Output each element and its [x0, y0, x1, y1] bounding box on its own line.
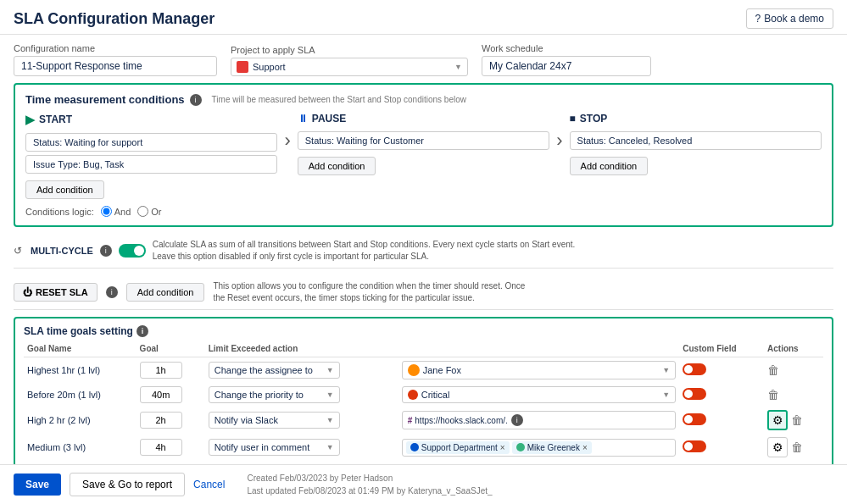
chevron-down-icon: ▼: [326, 416, 334, 424]
pause-condition-1: Status: Waiting for Customer: [298, 131, 549, 150]
reset-add-condition-button[interactable]: Add condition: [126, 283, 205, 302]
custom-field-toggle-4[interactable]: [683, 440, 706, 452]
time-measurement-title: Time measurement conditions: [25, 93, 185, 106]
template-editor-button-3[interactable]: ⚙: [767, 410, 788, 430]
config-name-input[interactable]: [14, 56, 217, 76]
goal-input-1[interactable]: [140, 362, 182, 379]
table-row: Before 20m (1 lvl) Change the priority t…: [24, 383, 823, 407]
conditions-logic-label: Conditions logic:: [25, 207, 94, 217]
goal-name-4: Medium (3 lvl): [24, 434, 137, 461]
book-demo-button[interactable]: ? Book a demo: [746, 8, 833, 29]
custom-field-toggle-1[interactable]: [683, 363, 706, 375]
custom-field-toggle-2[interactable]: [683, 388, 706, 400]
schedule-input[interactable]: [482, 56, 651, 76]
col-action: Limit Exceeded action: [205, 342, 680, 357]
chevron-down-icon: ▼: [662, 390, 670, 399]
stop-icon: ■: [570, 113, 576, 125]
reset-sla-description: This option allows you to configure the …: [213, 280, 535, 304]
goal-name-3: High 2 hr (2 lvl): [24, 407, 137, 434]
action-select-4[interactable]: Notify user in comment ▼: [209, 439, 340, 456]
remove-tag-support[interactable]: ×: [500, 443, 505, 452]
refresh-icon: ↺: [14, 245, 22, 257]
footer-meta: Created Feb/03/2023 by Peter Hadson Last…: [247, 472, 492, 497]
chevron-down-icon: ▼: [326, 390, 334, 399]
start-label: START: [39, 114, 72, 125]
goals-title: SLA time goals setting: [24, 325, 133, 337]
remove-tag-mike[interactable]: ×: [582, 443, 588, 452]
goal-input-4[interactable]: [140, 439, 182, 456]
created-meta: Created Feb/03/2023 by Peter Hadson: [247, 472, 492, 485]
chevron-down-icon: ▼: [326, 366, 334, 374]
delete-button-3[interactable]: 🗑: [791, 413, 803, 427]
delete-button-1[interactable]: 🗑: [767, 363, 779, 377]
pause-icon: ⏸: [298, 113, 308, 125]
goal-name-2: Before 20m (1 lvl): [24, 383, 137, 407]
slack-url-3[interactable]: # https://hooks.slack.com/. i: [402, 411, 677, 429]
goal-input-3[interactable]: [140, 412, 182, 429]
start-pause-arrow: ›: [277, 130, 297, 152]
stop-condition-1: Status: Canceled, Resolved: [570, 131, 822, 150]
action-select-1[interactable]: Change the assignee to ▼: [209, 362, 340, 379]
slack-info-icon[interactable]: i: [511, 414, 523, 426]
goal-name-1: Highest 1hr (1 lvl): [24, 357, 137, 384]
delete-button-4[interactable]: 🗑: [791, 440, 803, 454]
start-play-icon: ▶: [25, 113, 35, 126]
time-measurement-description: Time will be measured between the Start …: [212, 95, 466, 104]
config-name-label: Configuration name: [14, 43, 217, 53]
chevron-down-icon: ▼: [326, 443, 334, 451]
custom-field-toggle-3[interactable]: [683, 413, 706, 425]
multi-cycle-label: MULTI-CYCLE: [31, 246, 93, 256]
dept-avatar: [410, 443, 419, 451]
save-report-button[interactable]: Save & Go to report: [70, 473, 185, 496]
save-button[interactable]: Save: [14, 474, 61, 496]
col-goal: Goal: [137, 342, 205, 357]
table-row: Medium (3 lvl) Notify user in comment ▼: [24, 434, 823, 461]
logic-and-option[interactable]: And: [101, 206, 131, 217]
pause-label: PAUSE: [312, 113, 346, 125]
time-measurement-info-icon[interactable]: i: [190, 94, 202, 106]
tag-mike: Mike Greenek ×: [512, 441, 592, 454]
goal-input-2[interactable]: [140, 386, 182, 403]
start-condition-1: Status: Waiting for support: [25, 133, 277, 152]
slack-icon: #: [408, 416, 413, 425]
reset-sla-button[interactable]: ⏻ RESET SLA: [14, 283, 98, 302]
stop-label: STOP: [580, 113, 607, 125]
multi-cycle-info-icon[interactable]: i: [100, 245, 112, 257]
schedule-label: Work schedule: [482, 43, 833, 53]
project-label: Project to apply SLA: [231, 45, 468, 55]
action-select-3[interactable]: Notify via Slack ▼: [209, 412, 340, 429]
avatar: [408, 364, 420, 376]
template-editor-button-4[interactable]: ⚙: [767, 437, 788, 457]
start-condition-2: Issue Type: Bug, Task: [25, 155, 277, 174]
assignee-select-1[interactable]: Jane Fox ▼: [402, 361, 677, 379]
cancel-button[interactable]: Cancel: [193, 479, 225, 490]
question-icon: ?: [755, 13, 761, 25]
col-custom-field: Custom Field: [679, 342, 764, 357]
priority-icon: [408, 390, 418, 400]
stop-add-condition-button[interactable]: Add condition: [570, 157, 649, 175]
multi-cycle-toggle[interactable]: [119, 244, 146, 258]
delete-button-2[interactable]: 🗑: [767, 388, 779, 402]
reset-sla-info-icon[interactable]: i: [106, 286, 118, 298]
multi-cycle-description: Calculate SLA as sum of all transitions …: [153, 239, 577, 263]
project-select[interactable]: Support ▼: [231, 58, 468, 76]
col-goal-name: Goal Name: [24, 342, 137, 357]
mike-avatar: [516, 443, 525, 451]
chevron-down-icon: ▼: [454, 63, 462, 71]
logic-or-option[interactable]: Or: [137, 206, 161, 217]
tag-support-dept: Support Department ×: [406, 441, 510, 454]
add-goal-button[interactable]: + Add goal: [24, 461, 823, 464]
goals-info-icon[interactable]: i: [137, 325, 148, 337]
pause-add-condition-button[interactable]: Add condition: [298, 157, 376, 175]
action-select-2[interactable]: Change the priority to ▼: [209, 386, 340, 403]
chevron-down-icon: ▼: [662, 366, 670, 374]
start-add-condition-button[interactable]: Add condition: [25, 180, 104, 199]
pause-stop-arrow: ›: [549, 130, 569, 152]
table-row: High 2 hr (2 lvl) Notify via Slack ▼: [24, 407, 823, 434]
table-row: Highest 1hr (1 lvl) Change the assignee …: [24, 357, 823, 384]
updated-meta: Last updated Feb/08/2023 at 01:49 PM by …: [247, 485, 492, 497]
power-icon: ⏻: [23, 287, 32, 297]
page-title: SLA Configuration Manager: [14, 10, 215, 28]
priority-select-2[interactable]: Critical ▼: [402, 386, 677, 403]
col-actions: Actions: [764, 342, 823, 357]
